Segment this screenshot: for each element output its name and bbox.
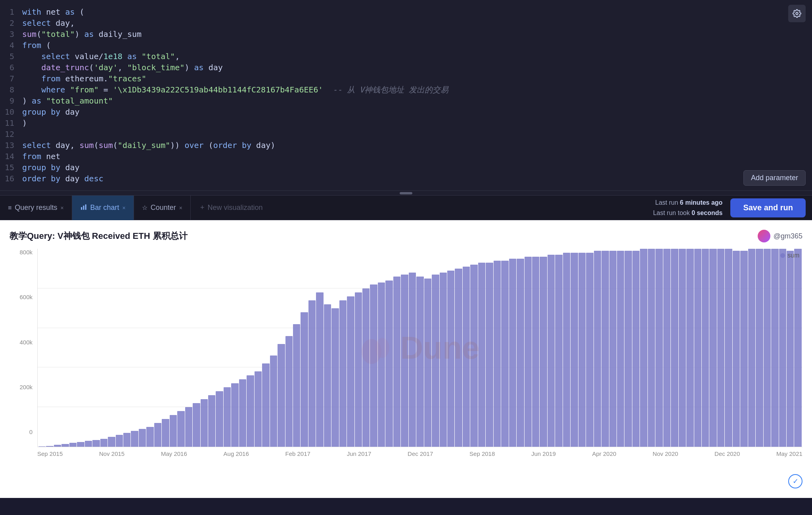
tab-bar-chart-close[interactable]: × [123,205,126,211]
bar-46 [393,277,400,447]
last-run-label: Last run [655,199,678,206]
bar-91 [740,251,747,447]
code-line-6: 6 date_trunc('day', "block_time") as day [0,62,812,73]
code-line-1: 1with net as ( [0,6,812,17]
line-content: date_trunc('day', "block_time") as day [21,62,812,73]
bar-79 [648,249,655,447]
bar-54 [455,269,462,447]
visualization-panel: 教学Query: V神钱包 Received ETH 累积总计 @gm365 0… [0,220,812,498]
bar-4 [69,443,77,447]
line-number: 14 [0,151,21,162]
legend-item-sum: sum [780,252,802,259]
bar-21 [201,399,208,447]
bar-48 [409,273,416,447]
line-number: 1 [0,6,21,17]
tab-query-results[interactable]: ≡ Query results × [0,196,72,220]
bar-42 [362,288,370,447]
add-parameter-button[interactable]: Add parameter [743,170,806,186]
tab-bar-chart[interactable]: Bar chart × [72,196,134,220]
x-axis-label: Nov 2020 [653,450,678,457]
line-content: where "from" = '\x1Db3439a222C519ab44bb1… [21,84,812,95]
bar-27 [247,375,254,447]
x-axis-label: Jun 2017 [347,450,372,457]
bar-80 [655,249,663,447]
bar-93 [756,249,763,447]
line-number: 11 [0,117,21,129]
bar-85 [694,249,701,447]
bar-74 [609,251,617,447]
resize-handle[interactable] [0,191,812,196]
bar-37 [324,304,331,447]
bar-52 [440,273,447,447]
tabs-bar: ≡ Query results × Bar chart × ☆ Counter … [0,196,812,220]
star-icon: ☆ [142,204,147,211]
bar-81 [663,249,670,447]
line-number: 2 [0,17,21,29]
y-axis-label: 400k [19,339,33,346]
bar-18 [177,411,184,447]
bar-12 [131,431,138,447]
bar-2 [54,445,61,447]
bar-57 [478,263,485,447]
bar-20 [193,403,200,447]
code-line-2: 2select day, [0,17,812,29]
chart-title: 教学Query: V神钱包 Received ETH 累积总计 [10,230,188,242]
tab-counter[interactable]: ☆ Counter × [134,196,191,220]
bar-87 [709,249,716,447]
line-number: 3 [0,29,21,40]
bar-40 [347,296,354,447]
tab-query-results-close[interactable]: × [60,205,63,211]
bars-container [38,249,802,447]
author-name: @gm365 [774,232,802,240]
bar-72 [594,251,601,447]
plus-icon: + [200,204,205,212]
settings-button[interactable] [788,5,806,22]
bar-92 [748,249,755,447]
tab-new-visualization[interactable]: + New visualization [191,196,272,220]
y-axis: 0200k400k600k800k [10,249,37,447]
bar-23 [216,391,223,447]
x-axis-label: Nov 2015 [99,450,124,457]
bar-55 [463,267,470,447]
code-line-12: 12 [0,129,812,140]
line-content: select day, [21,17,812,29]
line-content: group by day [21,106,812,117]
line-content: select day, sum(sum("daily_sum")) over (… [21,140,812,151]
last-run-took-label: Last run took [653,209,690,216]
bar-19 [185,407,192,447]
last-run-time: 6 minutes ago [680,199,723,206]
code-line-15: 15group by day [0,162,812,173]
bar-63 [525,257,532,447]
bar-62 [517,259,524,447]
tab-counter-close[interactable]: × [179,205,182,211]
bar-33 [293,324,300,447]
bar-95 [771,249,778,447]
tab-query-results-label: Query results [15,204,57,212]
y-axis-label: 600k [19,294,33,300]
bar-22 [208,395,215,447]
bar-78 [640,249,647,447]
checkmark-icon[interactable]: ✓ [788,474,802,488]
tab-counter-label: Counter [151,204,176,212]
save-and-run-button[interactable]: Save and run [730,198,806,217]
line-number: 13 [0,140,21,151]
bar-25 [231,383,238,447]
code-line-5: 5 select value/1e18 as "total", [0,51,812,62]
bar-1 [46,446,53,447]
bar-0 [38,446,46,447]
bar-47 [401,275,408,447]
bar-69 [571,253,578,447]
bar-chart-icon [80,204,87,212]
legend-label: sum [787,252,799,259]
svg-rect-2 [83,206,84,210]
bar-11 [123,433,130,447]
bar-89 [725,249,732,447]
bar-26 [239,379,246,447]
viz-header: 教学Query: V神钱包 Received ETH 累积总计 @gm365 [10,230,802,242]
bar-41 [355,292,362,447]
line-content: order by day desc [21,173,812,184]
author-info: @gm365 [758,230,802,242]
bar-43 [370,284,377,447]
bottom-checkmark: ✓ [10,471,802,488]
bar-34 [301,312,308,447]
